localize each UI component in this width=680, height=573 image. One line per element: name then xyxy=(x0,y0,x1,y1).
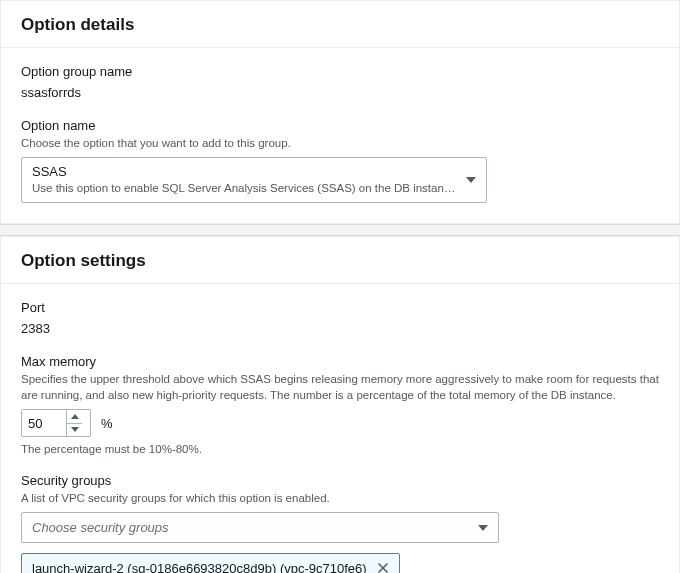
port-label: Port xyxy=(21,300,659,315)
field-option-group-name: Option group name ssasforrds xyxy=(21,64,659,100)
option-group-name-label: Option group name xyxy=(21,64,659,79)
security-groups-placeholder: Choose security groups xyxy=(32,520,169,535)
max-memory-input[interactable] xyxy=(22,410,66,436)
option-settings-header: Option settings xyxy=(1,237,679,284)
option-group-name-value: ssasforrds xyxy=(21,85,659,100)
option-details-panel: Option details Option group name ssasfor… xyxy=(0,0,680,224)
security-group-token-label: launch-wizard-2 (sg-0186e6693820c8d9b) (… xyxy=(32,561,367,573)
option-settings-body: Port 2383 Max memory Specifies the upper… xyxy=(1,284,679,573)
field-max-memory: Max memory Specifies the upper threshold… xyxy=(21,354,659,455)
field-port: Port 2383 xyxy=(21,300,659,336)
caret-down-icon xyxy=(466,177,476,183)
close-icon xyxy=(377,562,389,573)
max-memory-desc: Specifies the upper threshold above whic… xyxy=(21,371,659,403)
chevron-down-icon xyxy=(71,427,79,432)
max-memory-input-row: % xyxy=(21,409,659,437)
option-details-header: Option details xyxy=(1,1,679,48)
security-group-token-remove[interactable] xyxy=(375,560,391,573)
caret-down-icon xyxy=(478,525,488,531)
field-security-groups: Security groups A list of VPC security g… xyxy=(21,473,659,573)
port-value: 2383 xyxy=(21,321,659,336)
max-memory-step-up[interactable] xyxy=(67,410,82,423)
max-memory-input-wrapper xyxy=(21,409,91,437)
option-details-title: Option details xyxy=(21,15,659,35)
security-group-token: launch-wizard-2 (sg-0186e6693820c8d9b) (… xyxy=(21,553,400,573)
option-name-desc: Choose the option that you want to add t… xyxy=(21,135,659,151)
max-memory-step-down[interactable] xyxy=(67,423,82,437)
panel-divider xyxy=(0,224,680,236)
max-memory-hint: The percentage must be 10%-80%. xyxy=(21,443,659,455)
option-name-select[interactable]: SSAS Use this option to enable SQL Serve… xyxy=(21,157,487,203)
chevron-up-icon xyxy=(71,414,79,419)
field-option-name: Option name Choose the option that you w… xyxy=(21,118,659,203)
option-details-body: Option group name ssasforrds Option name… xyxy=(1,48,679,223)
max-memory-steppers xyxy=(66,410,82,436)
max-memory-unit: % xyxy=(101,416,113,431)
max-memory-label: Max memory xyxy=(21,354,659,369)
option-name-select-title: SSAS xyxy=(32,164,456,181)
security-groups-label: Security groups xyxy=(21,473,659,488)
option-settings-panel: Option settings Port 2383 Max memory Spe… xyxy=(0,236,680,573)
option-name-label: Option name xyxy=(21,118,659,133)
option-name-select-sub: Use this option to enable SQL Server Ana… xyxy=(32,181,456,196)
security-groups-desc: A list of VPC security groups for which … xyxy=(21,490,659,506)
security-groups-select[interactable]: Choose security groups xyxy=(21,512,499,543)
option-settings-title: Option settings xyxy=(21,251,659,271)
